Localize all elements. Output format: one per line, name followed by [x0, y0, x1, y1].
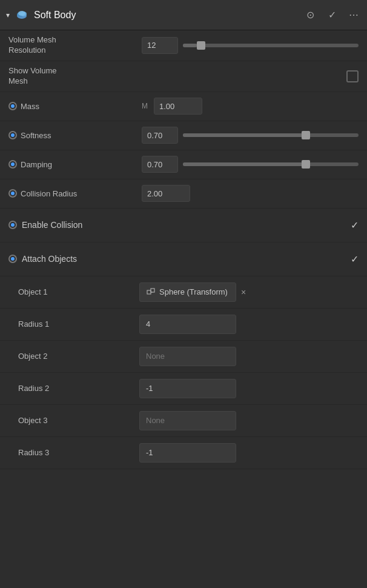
radius1-label: Radius 1: [18, 319, 139, 329]
object1-row: Object 1 Sphere (Transform) ×: [0, 276, 367, 309]
volume-mesh-resolution-slider-thumb[interactable]: [197, 41, 205, 50]
radius1-row: Radius 1 4: [0, 309, 367, 341]
damping-radio[interactable]: [8, 160, 17, 169]
volume-mesh-resolution-slider-track[interactable]: [183, 44, 359, 47]
damping-input[interactable]: [142, 156, 178, 173]
header-actions: ⊙ ✓ ⋯: [303, 8, 361, 22]
volume-mesh-resolution-label: Volume MeshResolution: [8, 35, 142, 56]
softness-slider-thumb[interactable]: [302, 131, 310, 139]
collision-radius-label: Collision Radius: [8, 189, 142, 198]
volume-mesh-resolution-input[interactable]: [142, 37, 178, 54]
enable-collision-radio[interactable]: [8, 221, 17, 229]
object3-row: Object 3 None: [0, 405, 367, 437]
panel-title: Soft Body: [34, 10, 303, 21]
object3-label: Object 3: [18, 416, 139, 425]
enable-collision-row: Enable Collision ✓: [0, 209, 367, 242]
volume-mesh-resolution-row: Volume MeshResolution: [0, 30, 367, 61]
mass-input[interactable]: [154, 98, 202, 115]
collision-radius-row: Collision Radius: [0, 179, 367, 209]
damping-slider-thumb[interactable]: [302, 160, 310, 169]
attach-objects-radio[interactable]: [8, 255, 17, 263]
enable-collision-checkmark: ✓: [351, 219, 359, 231]
transform-icon: [146, 287, 156, 297]
damping-label: Damping: [8, 160, 142, 169]
radius3-row: Radius 3 -1: [0, 437, 367, 469]
collapse-chevron[interactable]: ▾: [6, 11, 10, 19]
show-volume-mesh-checkbox[interactable]: [346, 70, 359, 82]
object1-close[interactable]: ×: [241, 287, 246, 297]
object1-value[interactable]: Sphere (Transform): [139, 282, 236, 302]
object3-value[interactable]: None: [139, 411, 236, 430]
soft-body-panel: ▾ Soft Body ⊙ ✓ ⋯ Volume MeshResolution: [0, 0, 367, 469]
mass-control: M: [142, 98, 359, 115]
show-volume-mesh-control: [142, 70, 359, 82]
damping-slider-fill: [183, 162, 306, 166]
collision-radius-control: [142, 185, 359, 202]
object2-value[interactable]: None: [139, 347, 236, 366]
panel-content: Volume MeshResolution Show VolumeMesh: [0, 30, 367, 469]
softness-slider-track[interactable]: [183, 133, 359, 137]
object1-control: Sphere (Transform) ×: [139, 282, 359, 302]
radius2-value[interactable]: -1: [139, 379, 236, 398]
softness-control: [142, 127, 359, 144]
collision-radius-radio[interactable]: [8, 189, 17, 198]
mass-radio[interactable]: [8, 102, 17, 110]
object2-row: Object 2 None: [0, 341, 367, 373]
radius3-label: Radius 3: [18, 448, 139, 457]
collision-radius-input[interactable]: [142, 185, 190, 202]
attach-objects-row: Attach Objects ✓: [0, 242, 367, 276]
volume-mesh-resolution-slider-fill: [183, 44, 197, 47]
radius1-control: 4: [139, 315, 359, 334]
softness-input[interactable]: [142, 127, 178, 144]
svg-rect-4: [147, 290, 151, 294]
check-button[interactable]: ✓: [325, 8, 339, 22]
object2-control: None: [139, 347, 359, 366]
volume-mesh-resolution-control: [142, 37, 359, 54]
mass-prefix: M: [142, 102, 148, 110]
svg-rect-5: [151, 289, 154, 292]
radius3-value[interactable]: -1: [139, 443, 236, 463]
radius1-value-text: 4: [146, 319, 150, 329]
damping-control: [142, 156, 359, 173]
attach-objects-checkmark: ✓: [351, 253, 359, 265]
mass-row: Mass M: [0, 92, 367, 121]
object1-value-text: Sphere (Transform): [159, 287, 228, 296]
object3-value-text: None: [146, 416, 165, 425]
object2-label: Object 2: [18, 352, 139, 361]
soft-body-icon: [15, 8, 29, 22]
radius2-row: Radius 2 -1: [0, 373, 367, 405]
damping-slider-track[interactable]: [183, 162, 359, 166]
radius2-control: -1: [139, 379, 359, 398]
show-volume-mesh-label: Show VolumeMesh: [8, 66, 142, 87]
radius2-value-text: -1: [146, 384, 153, 393]
softness-slider-fill: [183, 133, 306, 137]
svg-point-3: [18, 11, 25, 16]
object2-value-text: None: [146, 352, 165, 361]
target-button[interactable]: ⊙: [303, 8, 317, 22]
damping-row: Damping: [0, 150, 367, 179]
radius1-value[interactable]: 4: [139, 315, 236, 334]
radius3-control: -1: [139, 443, 359, 463]
radius3-value-text: -1: [146, 448, 153, 457]
panel-header: ▾ Soft Body ⊙ ✓ ⋯: [0, 0, 367, 30]
damping-slider-container: [183, 158, 359, 170]
attach-objects-label: Attach Objects: [8, 254, 351, 264]
object3-control: None: [139, 411, 359, 430]
softness-radio[interactable]: [8, 131, 17, 139]
radius2-label: Radius 2: [18, 384, 139, 393]
mass-label: Mass: [8, 102, 142, 111]
softness-row: Softness: [0, 121, 367, 150]
more-button[interactable]: ⋯: [346, 8, 361, 22]
softness-label: Softness: [8, 131, 142, 140]
softness-slider-container: [183, 129, 359, 141]
enable-collision-label: Enable Collision: [8, 220, 351, 230]
object1-label: Object 1: [18, 287, 139, 296]
volume-mesh-resolution-slider-container: [183, 39, 359, 52]
show-volume-mesh-row: Show VolumeMesh: [0, 61, 367, 92]
